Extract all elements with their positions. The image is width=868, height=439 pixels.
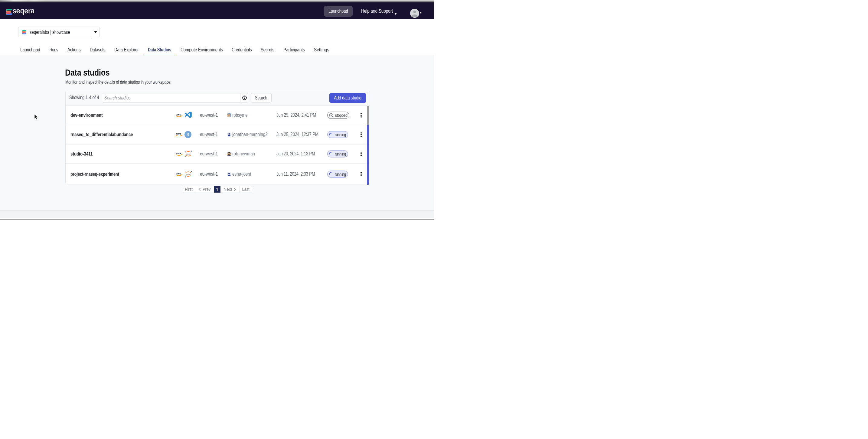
- svg-text:aws: aws: [176, 132, 181, 135]
- svg-text:aws: aws: [176, 113, 181, 116]
- svg-text:jupyter: jupyter: [186, 153, 191, 155]
- svg-text:jupyter: jupyter: [186, 173, 191, 175]
- svg-text:aws: aws: [176, 152, 181, 155]
- svg-text:R: R: [186, 132, 189, 137]
- svg-text:aws: aws: [176, 172, 181, 175]
